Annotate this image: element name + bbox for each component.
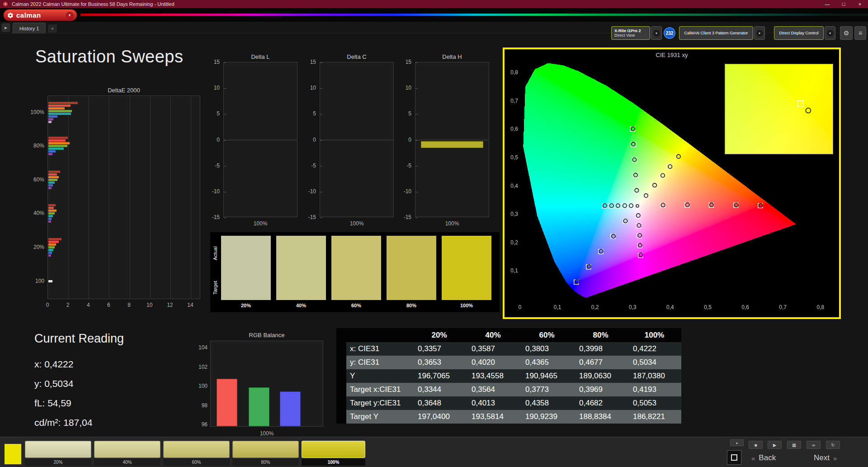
tick xyxy=(415,192,418,192)
delta-tick-label: -15 xyxy=(392,214,411,221)
table-value: 188,8384 xyxy=(574,410,627,424)
table-value: 0,3773 xyxy=(520,383,574,396)
stop-icon[interactable]: ■ xyxy=(749,441,763,449)
inset-measured-marker xyxy=(806,108,811,113)
rgb-bar-green xyxy=(249,387,269,426)
patch-swatch-label: 40% xyxy=(276,301,326,310)
cie-y-tick: 0,4 xyxy=(505,182,518,190)
deltae-bar xyxy=(48,137,68,139)
meter-mode: Direct View xyxy=(614,33,647,38)
tab-history-1[interactable]: History 1 xyxy=(13,23,46,33)
pattern-source-button[interactable]: CalMAN Client 3 Pattern Generator xyxy=(679,26,753,40)
tick xyxy=(224,218,226,218)
tab-nav-button[interactable]: ▶ xyxy=(2,24,10,32)
maximize-button[interactable]: □ xyxy=(835,0,852,8)
delta-tick-label: -5 xyxy=(296,162,316,169)
delta-h-bar xyxy=(421,141,483,148)
pattern-level-button[interactable] xyxy=(163,441,230,458)
patch-swatch-label: 20% xyxy=(221,301,271,310)
chevron-down-icon: ▼ xyxy=(756,30,763,37)
table-value: 0,3344 xyxy=(412,383,466,396)
table-cell xyxy=(336,328,346,342)
deltae-bar xyxy=(48,243,56,246)
pattern-level-button[interactable] xyxy=(302,441,365,458)
deltae-y-label: 80% xyxy=(14,142,44,149)
zero-line xyxy=(415,140,489,140)
deltae-2000-title: DeltaE 2000 xyxy=(47,87,200,94)
patch-swatch xyxy=(221,236,271,300)
pattern-level-button[interactable] xyxy=(232,441,299,458)
delta-tick-label: 10 xyxy=(200,84,220,91)
delta-tick-label: 5 xyxy=(392,110,411,117)
logo-bar: calman ▼ xyxy=(0,8,868,22)
minimize-button[interactable]: — xyxy=(819,0,835,8)
delta-tick-label: -5 xyxy=(200,162,220,169)
next-button[interactable]: Next » xyxy=(814,453,837,462)
chevron-down-icon[interactable]: ▼ xyxy=(66,12,73,19)
current-reading-cdm2: cd/m²: 187,04 xyxy=(34,417,92,428)
collapse-up-button[interactable]: ▲ xyxy=(730,439,744,446)
table-value: 190,9239 xyxy=(520,410,574,424)
gear-icon: ⚙ xyxy=(844,29,849,37)
deltae-y-label: 40% xyxy=(14,210,44,217)
settings-gear-button[interactable]: ⚙ xyxy=(840,26,853,40)
save-icon[interactable]: ▦ xyxy=(787,441,801,449)
cie-y-tick: 0,1 xyxy=(505,267,518,274)
back-button[interactable]: « Back xyxy=(751,453,776,462)
display-control-button[interactable]: Direct Display Control xyxy=(774,26,824,40)
display-control-dropdown[interactable]: ▼ xyxy=(825,26,835,40)
deltae-bar xyxy=(48,121,52,123)
tick xyxy=(320,166,322,167)
play-icon[interactable]: ▶ xyxy=(768,441,782,449)
meter-dropdown[interactable]: ▼ xyxy=(651,26,662,40)
inset-target-marker xyxy=(797,101,803,107)
table-value: 0,4365 xyxy=(520,356,574,369)
pattern-level-button[interactable] xyxy=(25,441,91,458)
deltae-y-label: 100% xyxy=(14,109,44,116)
deltae-bar xyxy=(48,187,52,189)
deltae-bar xyxy=(48,220,51,223)
patch-swatch-label: 80% xyxy=(387,301,436,310)
table-value: 186,8221 xyxy=(627,410,681,424)
table-row-label: y: CIE31 xyxy=(346,356,412,369)
cie-x-tick: 0,2 xyxy=(588,304,602,311)
deltae-bar xyxy=(48,171,60,173)
deltae-bar xyxy=(48,207,54,209)
table-header: 60% xyxy=(520,328,574,342)
delta-tick-label: 0 xyxy=(200,136,220,143)
meter-count-badge: 232 xyxy=(664,27,675,39)
rgb-bar-red xyxy=(217,379,237,426)
close-button[interactable]: × xyxy=(852,0,868,8)
pattern-source-dropdown[interactable]: ▼ xyxy=(754,26,765,40)
table-value: 0,3648 xyxy=(412,396,466,410)
pattern-window-button[interactable] xyxy=(727,450,741,465)
link-icon[interactable]: ∞ xyxy=(807,441,821,449)
calman-menu-button[interactable]: calman ▼ xyxy=(4,10,77,21)
table-value: 193,4558 xyxy=(466,369,520,383)
rgb-balance-title: RGB Balance xyxy=(210,332,323,338)
delta-tick-label: 10 xyxy=(392,84,411,91)
deltae-bar xyxy=(48,184,53,186)
tick xyxy=(224,88,226,89)
tick xyxy=(320,114,322,114)
pattern-level-label: 60% xyxy=(163,459,230,466)
table-value: 0,4222 xyxy=(627,342,681,356)
cie-x-tick: 0,4 xyxy=(663,304,677,311)
deltae-bar xyxy=(48,238,61,240)
loop-icon[interactable]: ↻ xyxy=(826,441,840,449)
pattern-source-label: CalMAN Client 3 Pattern Generator xyxy=(684,31,748,35)
deltae-bar xyxy=(48,280,52,282)
pattern-level-button[interactable] xyxy=(94,441,160,458)
deltae-bar xyxy=(48,254,51,257)
table-value: 189,0630 xyxy=(574,369,627,383)
tick xyxy=(224,192,226,192)
deltae-bar xyxy=(48,173,57,176)
delta-tick-label: 15 xyxy=(296,58,316,66)
back-chevron-icon: « xyxy=(751,454,755,462)
delta-l-title: Delta L xyxy=(223,53,297,60)
add-tab-button[interactable]: + xyxy=(48,24,57,33)
workflow-menu-button[interactable]: ≡ xyxy=(854,26,866,40)
meter-button[interactable]: X-Rite i1Pro 2 Direct View xyxy=(611,26,650,40)
patch-swatch-label: 100% xyxy=(442,301,491,310)
delta-l-x-label: 100% xyxy=(223,220,297,227)
